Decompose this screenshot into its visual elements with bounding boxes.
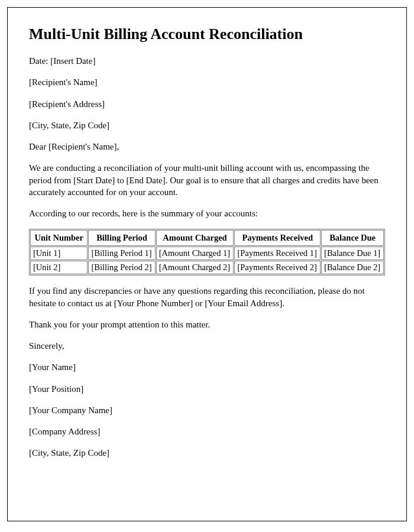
table-row: [Unit 2] [Billing Period 2] [Amount Char… (30, 261, 384, 274)
col-unit-number: Unit Number (30, 230, 88, 246)
recipient-city: [City, State, Zip Code] (29, 119, 385, 131)
closing: Sincerely, (29, 340, 385, 352)
body-paragraph-1: We are conducting a reconciliation of yo… (29, 162, 385, 198)
cell-received: [Payments Received 2] (234, 261, 321, 274)
page-title: Multi-Unit Billing Account Reconciliatio… (29, 25, 385, 43)
cell-received: [Payments Received 1] (234, 246, 321, 260)
cell-period: [Billing Period 2] (88, 261, 155, 274)
recipient-address: [Recipient's Address] (29, 98, 385, 110)
cell-charged: [Amount Charged 1] (156, 246, 234, 260)
body-paragraph-2: According to our records, here is the su… (29, 207, 385, 219)
account-summary-table: Unit Number Billing Period Amount Charge… (29, 229, 385, 275)
col-payments-received: Payments Received (234, 230, 321, 246)
col-amount-charged: Amount Charged (156, 230, 234, 246)
salutation: Dear [Recipient's Name], (29, 141, 385, 153)
cell-charged: [Amount Charged 2] (156, 261, 234, 274)
body-paragraph-3: If you find any discrepancies or have an… (29, 285, 385, 309)
sender-position: [Your Position] (29, 383, 385, 395)
cell-unit: [Unit 2] (30, 261, 88, 274)
cell-balance: [Balance Due 2] (321, 261, 384, 274)
col-balance-due: Balance Due (321, 230, 384, 246)
recipient-name: [Recipient's Name] (29, 76, 385, 88)
sender-name: [Your Name] (29, 361, 385, 373)
body-paragraph-4: Thank you for your prompt attention to t… (29, 319, 385, 330)
table-row: [Unit 1] [Billing Period 1] [Amount Char… (30, 246, 384, 260)
company-city: [City, State, Zip Code] (29, 447, 385, 459)
cell-period: [Billing Period 1] (88, 246, 155, 260)
company-address: [Company Address] (29, 426, 385, 437)
cell-unit: [Unit 1] (30, 246, 88, 260)
document-page: Multi-Unit Billing Account Reconciliatio… (7, 7, 407, 521)
sender-company: [Your Company Name] (29, 404, 385, 416)
table-header-row: Unit Number Billing Period Amount Charge… (30, 230, 384, 246)
col-billing-period: Billing Period (88, 230, 155, 246)
date-line: Date: [Insert Date] (29, 55, 385, 67)
cell-balance: [Balance Due 1] (321, 246, 384, 260)
